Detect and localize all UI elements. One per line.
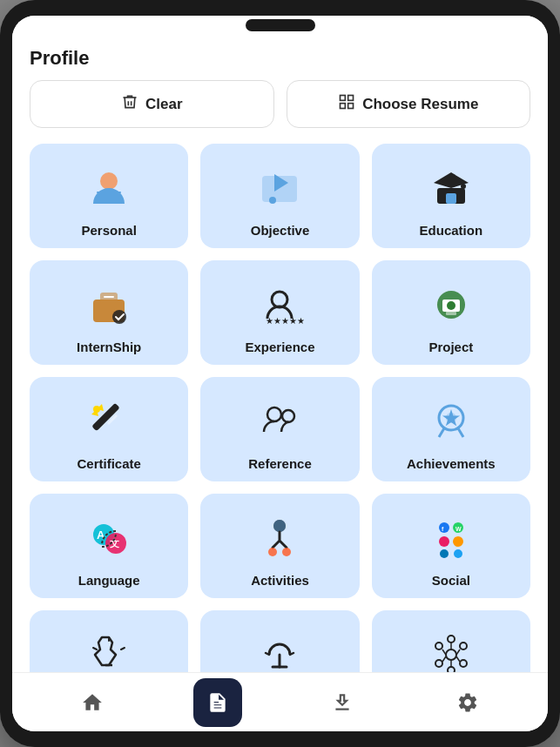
skills-icon [423,627,479,673]
grid-item-strength[interactable]: Strength [200,610,359,672]
personal-icon [81,160,137,216]
svg-rect-23 [446,312,456,315]
svg-rect-3 [348,104,354,109]
grid-item-social[interactable]: f W Social [372,494,530,598]
svg-rect-5 [97,192,121,193]
social-icon: f W [423,510,479,566]
svg-point-53 [448,636,455,643]
grid-item-skills[interactable]: Skills [372,610,530,672]
language-label: Language [78,573,140,588]
personal-label: Personal [81,223,136,238]
camera-pill [246,19,315,31]
experience-icon: ★★★★★ [252,277,307,333]
reference-icon [252,394,307,449]
svg-point-48 [446,649,456,660]
grid-item-achievements[interactable]: Achievements [372,377,530,481]
strength-icon [252,627,307,673]
svg-text:A: A [97,528,105,542]
interest-icon [81,627,137,673]
svg-point-37 [273,520,286,532]
clear-icon [121,93,138,115]
svg-point-44 [440,549,449,558]
education-label: Education [420,223,483,238]
svg-rect-2 [341,104,346,109]
svg-text:★★★★★: ★★★★★ [266,316,304,326]
svg-point-22 [447,301,455,310]
bottom-nav [12,672,548,731]
main-content: Profile Clear [12,35,548,672]
toolbar: Clear Choose Resume [30,80,530,128]
nav-settings[interactable] [443,678,492,727]
grid-item-reference[interactable]: Reference [200,377,359,481]
svg-point-52 [460,660,467,667]
svg-rect-16 [104,296,114,298]
svg-line-56 [456,649,460,655]
project-icon [423,277,479,333]
grid-item-education[interactable]: Education [372,144,530,248]
svg-point-27 [93,406,100,413]
objective-label: Objective [251,223,310,238]
nav-home[interactable] [68,678,117,727]
svg-point-38 [268,548,277,556]
svg-point-28 [267,407,281,421]
grid-item-experience[interactable]: ★★★★★ Experience [200,260,359,365]
svg-point-8 [269,197,276,204]
project-label: Project [428,340,473,354]
internship-icon [81,277,137,333]
svg-rect-0 [341,96,346,101]
language-icon: A 文 [81,510,137,566]
svg-point-31 [446,413,456,423]
svg-point-45 [454,549,462,558]
screen: Profile Clear [12,16,548,731]
svg-line-55 [442,649,446,655]
svg-point-39 [282,548,291,556]
svg-line-57 [442,656,446,662]
certificate-icon [81,394,137,449]
grid-item-interest[interactable]: Interest [30,610,188,672]
status-bar [12,16,548,35]
social-label: Social [432,573,470,588]
svg-point-18 [272,292,287,307]
page-title: Profile [30,35,530,80]
clear-label: Clear [145,96,183,113]
svg-rect-13 [446,193,456,204]
nav-resume[interactable] [193,678,242,727]
svg-point-4 [100,172,118,190]
grid-item-objective[interactable]: Objective [200,144,359,248]
svg-point-50 [460,643,467,649]
svg-point-51 [435,660,442,667]
svg-point-11 [461,184,466,189]
grid-item-language[interactable]: A 文 Language [30,494,188,598]
svg-point-43 [453,536,463,547]
svg-line-58 [456,656,460,662]
clear-button[interactable]: Clear [30,80,274,128]
objective-icon [252,160,307,216]
activities-icon [252,510,307,566]
device-frame: Profile Clear [0,0,560,747]
choose-icon [338,93,355,115]
grid-item-certificate[interactable]: Certificate [30,377,188,481]
education-icon [423,160,479,216]
svg-point-42 [439,536,449,547]
achievements-label: Achievements [407,456,496,471]
internship-label: InternShip [77,340,141,354]
certificate-label: Certificate [77,456,140,471]
svg-point-17 [112,310,126,324]
svg-rect-1 [348,96,354,101]
svg-point-49 [435,643,442,649]
grid-item-project[interactable]: Project [372,260,530,365]
items-grid: Personal Objective [30,144,530,672]
grid-item-internship[interactable]: InternShip [30,260,188,365]
choose-resume-label: Choose Resume [362,96,478,113]
choose-resume-button[interactable]: Choose Resume [287,80,531,128]
experience-label: Experience [245,340,314,354]
svg-point-40 [439,522,449,533]
activities-label: Activities [251,573,309,588]
achievements-icon [423,394,479,449]
grid-item-personal[interactable]: Personal [30,144,188,248]
nav-download[interactable] [318,678,367,727]
svg-point-29 [282,410,294,422]
svg-text:W: W [455,526,462,532]
grid-item-activities[interactable]: Activities [200,494,359,598]
reference-label: Reference [248,456,312,471]
